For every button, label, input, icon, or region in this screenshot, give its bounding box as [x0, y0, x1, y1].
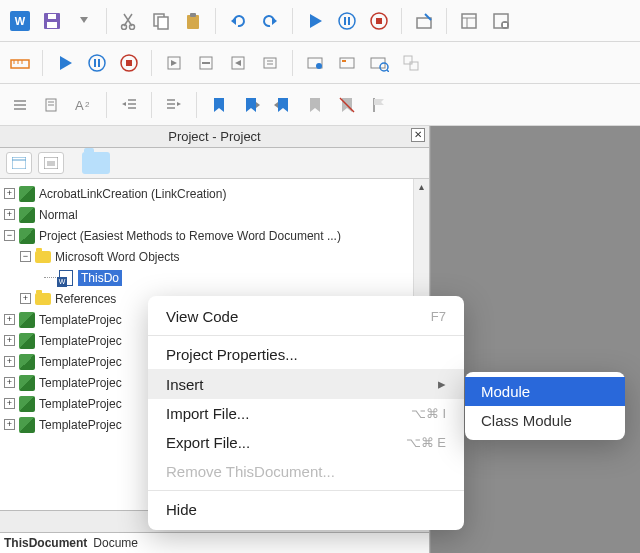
- save-icon[interactable]: [38, 7, 66, 35]
- step-out-icon[interactable]: [224, 49, 252, 77]
- outdent-icon[interactable]: [115, 91, 143, 119]
- tree-node-document[interactable]: ThisDo: [0, 267, 429, 288]
- word-doc-icon: [58, 270, 74, 286]
- view-object-icon[interactable]: [38, 152, 64, 174]
- redo-icon[interactable]: [256, 7, 284, 35]
- properties-object-selector[interactable]: ThisDocument Docume: [0, 533, 429, 553]
- ruler-icon[interactable]: [6, 49, 34, 77]
- call-stack-icon[interactable]: [397, 49, 425, 77]
- indent-icon[interactable]: [160, 91, 188, 119]
- toggle-folders-icon[interactable]: [82, 152, 110, 174]
- collapse-icon[interactable]: −: [20, 251, 31, 262]
- expand-icon[interactable]: +: [4, 314, 15, 325]
- toolbar-edit: A2: [0, 84, 640, 126]
- expand-icon[interactable]: +: [4, 419, 15, 430]
- svg-rect-16: [344, 17, 346, 25]
- svg-text:2: 2: [85, 100, 90, 109]
- run-icon[interactable]: [51, 49, 79, 77]
- prev-bookmark-icon[interactable]: [269, 91, 297, 119]
- next-bookmark-icon[interactable]: [237, 91, 265, 119]
- view-code-icon[interactable]: [6, 152, 32, 174]
- expand-icon[interactable]: +: [4, 356, 15, 367]
- bookmark-icon[interactable]: [205, 91, 233, 119]
- svg-point-32: [89, 55, 105, 71]
- panel-title-text: Project - Project: [168, 129, 260, 144]
- clear-bookmark-icon[interactable]: [301, 91, 329, 119]
- svg-point-15: [339, 13, 355, 29]
- submenu-class-module[interactable]: Class Module: [465, 406, 625, 435]
- stop-icon[interactable]: [115, 49, 143, 77]
- svg-point-50: [380, 63, 388, 71]
- expand-icon[interactable]: +: [4, 335, 15, 346]
- undo-icon[interactable]: [224, 7, 252, 35]
- menu-export-file[interactable]: Export File... ⌥⌘ E: [148, 428, 464, 457]
- immediate-window-icon[interactable]: [333, 49, 361, 77]
- tree-node-project[interactable]: + Normal: [0, 204, 429, 225]
- expand-icon[interactable]: +: [20, 293, 31, 304]
- step-over-icon[interactable]: [192, 49, 220, 77]
- expand-icon[interactable]: +: [4, 209, 15, 220]
- expand-icon[interactable]: +: [4, 398, 15, 409]
- svg-point-6: [122, 24, 127, 29]
- scroll-up-icon[interactable]: ▴: [414, 179, 429, 195]
- folder-icon: [35, 291, 51, 307]
- cut-icon[interactable]: [115, 7, 143, 35]
- menu-project-properties[interactable]: Project Properties...: [148, 340, 464, 369]
- tree-node-folder[interactable]: − Microsoft Word Objects: [0, 246, 429, 267]
- svg-point-7: [130, 24, 135, 29]
- locals-window-icon[interactable]: [365, 49, 393, 77]
- font-size-icon[interactable]: A2: [70, 91, 98, 119]
- watch-window-icon[interactable]: [301, 49, 329, 77]
- menu-view-code[interactable]: View Code F7: [148, 302, 464, 331]
- flag-icon[interactable]: [365, 91, 393, 119]
- run-icon[interactable]: [301, 7, 329, 35]
- project-explorer-icon[interactable]: [455, 7, 483, 35]
- pause-icon[interactable]: [333, 7, 361, 35]
- vba-project-icon: [19, 207, 35, 223]
- expand-icon[interactable]: +: [4, 188, 15, 199]
- svg-text:W: W: [15, 15, 26, 27]
- svg-rect-34: [98, 59, 100, 67]
- svg-text:A: A: [75, 98, 84, 113]
- close-icon[interactable]: ✕: [411, 128, 425, 142]
- paste-icon[interactable]: [179, 7, 207, 35]
- separator: [196, 92, 197, 118]
- properties-icon[interactable]: [487, 7, 515, 35]
- tree-node-project[interactable]: + AcrobatLinkCreation (LinkCreation): [0, 183, 429, 204]
- vba-project-icon: [19, 312, 35, 328]
- svg-marker-31: [60, 56, 72, 70]
- vba-project-icon: [19, 333, 35, 349]
- toolbar-debug: [0, 42, 640, 84]
- clear-all-bookmarks-icon[interactable]: [333, 91, 361, 119]
- pause-icon[interactable]: [83, 49, 111, 77]
- dropdown-icon[interactable]: [70, 7, 98, 35]
- stop-icon[interactable]: [365, 7, 393, 35]
- copy-icon[interactable]: [147, 7, 175, 35]
- design-mode-icon[interactable]: [410, 7, 438, 35]
- chevron-right-icon: ▸: [438, 375, 446, 393]
- separator: [151, 50, 152, 76]
- complete-word-icon[interactable]: [38, 91, 66, 119]
- separator: [292, 8, 293, 34]
- expand-icon[interactable]: +: [4, 377, 15, 388]
- separator: [401, 8, 402, 34]
- list-icon[interactable]: [6, 91, 34, 119]
- svg-rect-11: [190, 13, 196, 17]
- menu-insert[interactable]: Insert ▸: [148, 369, 464, 399]
- svg-marker-12: [231, 17, 236, 25]
- separator: [215, 8, 216, 34]
- svg-marker-5: [80, 17, 88, 23]
- svg-marker-41: [235, 60, 241, 66]
- tree-node-project[interactable]: − Project (Easiest Methods to Remove Wor…: [0, 225, 429, 246]
- collapse-icon[interactable]: −: [4, 230, 15, 241]
- submenu-module[interactable]: Module: [465, 377, 625, 406]
- svg-rect-74: [12, 157, 26, 169]
- insert-submenu: Module Class Module: [465, 372, 625, 440]
- step-into-icon[interactable]: [160, 49, 188, 77]
- toolbar-main: W: [0, 0, 640, 42]
- menu-hide[interactable]: Hide: [148, 495, 464, 524]
- run-to-cursor-icon[interactable]: [256, 49, 284, 77]
- menu-import-file[interactable]: Import File... ⌥⌘ I: [148, 399, 464, 428]
- menu-separator: [148, 490, 464, 491]
- svg-rect-53: [410, 62, 418, 70]
